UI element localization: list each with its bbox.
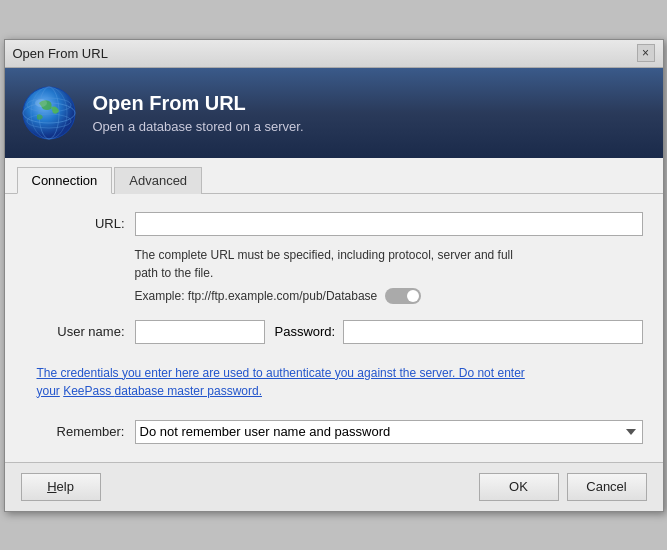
close-button[interactable]: ×: [637, 44, 655, 62]
tabs-container: Connection Advanced: [5, 158, 663, 194]
cancel-button[interactable]: Cancel: [567, 473, 647, 501]
content-area: URL: The complete URL must be specified,…: [5, 194, 663, 462]
header-title: Open From URL: [93, 92, 304, 115]
url-label: URL:: [25, 216, 135, 231]
help-button[interactable]: Help: [21, 473, 101, 501]
header-text: Open From URL Open a database stored on …: [93, 92, 304, 134]
password-input[interactable]: [343, 320, 642, 344]
open-from-url-dialog: Open From URL ×: [4, 39, 664, 512]
ok-button[interactable]: OK: [479, 473, 559, 501]
url-input[interactable]: [135, 212, 643, 236]
dialog-header: Open From URL Open a database stored on …: [5, 68, 663, 158]
dialog-title: Open From URL: [13, 46, 108, 61]
globe-icon: [21, 85, 77, 141]
right-buttons: OK Cancel: [479, 473, 647, 501]
username-input[interactable]: [135, 320, 265, 344]
button-bar: Help OK Cancel: [5, 462, 663, 511]
header-subtitle: Open a database stored on a server.: [93, 119, 304, 134]
remember-select[interactable]: Do not remember user name and password R…: [135, 420, 643, 444]
svg-point-6: [35, 99, 47, 107]
tab-connection[interactable]: Connection: [17, 167, 113, 194]
credentials-row: User name: Password:: [25, 320, 643, 344]
example-row: Example: ftp://ftp.example.com/pub/Datab…: [135, 288, 643, 304]
credentials-hint: The credentials you enter here are used …: [25, 356, 643, 408]
example-toggle[interactable]: [385, 288, 421, 304]
password-label: Password:: [275, 324, 336, 339]
master-password-link[interactable]: KeePass: [63, 384, 114, 398]
title-bar: Open From URL ×: [5, 40, 663, 68]
username-label: User name:: [25, 324, 135, 339]
tab-advanced[interactable]: Advanced: [114, 167, 202, 194]
url-row: URL:: [25, 212, 643, 236]
remember-row: Remember: Do not remember user name and …: [25, 420, 643, 444]
url-hint: The complete URL must be specified, incl…: [135, 246, 643, 282]
remember-label: Remember:: [25, 424, 135, 439]
